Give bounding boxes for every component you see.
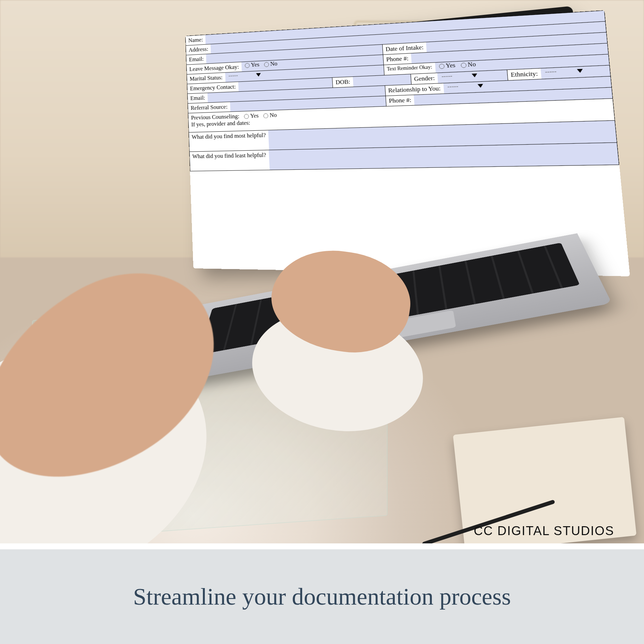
name-label: Name:	[186, 35, 206, 46]
no-text-3: No	[269, 112, 277, 118]
dob-label: DOB:	[333, 77, 353, 87]
gender-label: Gender:	[411, 73, 438, 84]
relationship-label: Relationship to You:	[385, 83, 444, 96]
chevron-down-icon	[577, 69, 583, 73]
yes-text-3: Yes	[250, 112, 259, 119]
marital-status-value: -----	[225, 72, 241, 79]
bottom-banner: Streamline your documentation process	[0, 549, 644, 644]
leave-msg-yes-radio[interactable]	[245, 63, 250, 68]
relationship-value: -----	[443, 82, 463, 90]
phone-label: Phone #:	[383, 53, 412, 65]
gender-value: -----	[437, 72, 457, 80]
ec-email-label: Email:	[188, 93, 208, 103]
brand-watermark: CC DIGITAL STUDIOS	[474, 524, 614, 538]
marital-status-label: Marital Status:	[187, 73, 225, 84]
yes-text-2: Yes	[445, 62, 455, 69]
banner-divider	[0, 543, 644, 549]
no-text: No	[270, 60, 277, 67]
text-reminder-yes-radio[interactable]	[439, 64, 444, 69]
most-helpful-label: What did you find most helpful?	[189, 130, 269, 152]
referral-label: Referral Source:	[188, 102, 230, 113]
chevron-down-icon	[478, 84, 483, 88]
chevron-down-icon	[256, 73, 261, 77]
ec-phone-label: Phone #:	[386, 95, 415, 106]
prev-counseling-no-radio[interactable]	[263, 114, 268, 118]
ethnicity-label: Ethnicity:	[507, 69, 541, 80]
chevron-down-icon	[472, 73, 477, 77]
no-text-2: No	[468, 61, 476, 68]
ethnicity-value: -----	[540, 68, 561, 76]
least-helpful-label: What did you find least helpful?	[190, 150, 269, 171]
prev-counseling-yes-radio[interactable]	[244, 114, 249, 119]
banner-headline: Streamline your documentation process	[107, 583, 537, 611]
yes-text: Yes	[251, 61, 259, 68]
text-reminder-no-radio[interactable]	[461, 63, 467, 68]
email-label: Email:	[186, 54, 207, 65]
leave-msg-no-radio[interactable]	[264, 62, 269, 67]
address-label: Address:	[186, 44, 211, 55]
